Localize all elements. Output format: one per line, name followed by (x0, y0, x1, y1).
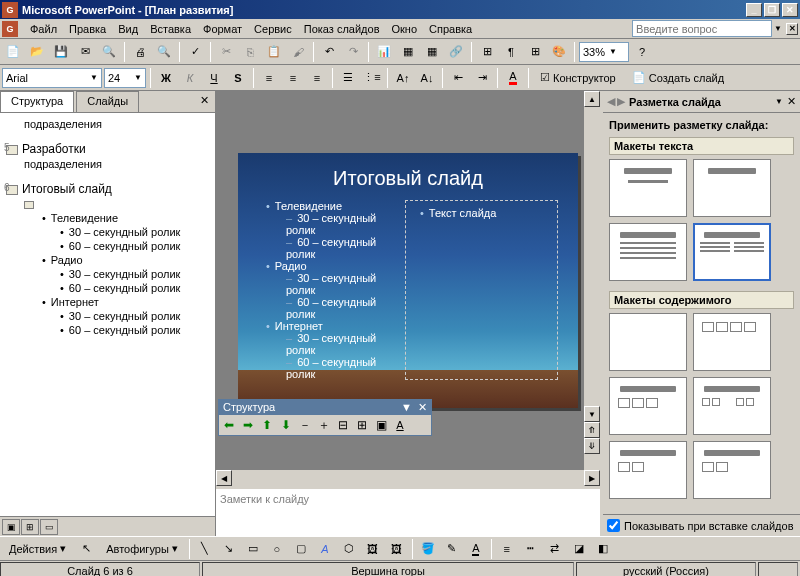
fill-color-button[interactable]: 🪣 (417, 538, 439, 560)
vertical-scrollbar[interactable]: ▲ ▼ ⤊ ⤋ (584, 91, 600, 470)
align-center-button[interactable]: ≡ (282, 67, 304, 89)
cut-button[interactable]: ✂ (215, 41, 237, 63)
table-button[interactable]: ▦ (397, 41, 419, 63)
layout-title-two-content[interactable] (693, 377, 771, 435)
show-on-insert-checkbox[interactable]: Показывать при вставке слайдов (607, 519, 796, 532)
summary-slide-button[interactable]: ▣ (373, 417, 389, 433)
move-up-button[interactable]: ⬆ (259, 417, 275, 433)
wordart-button[interactable]: A (314, 538, 336, 560)
shadow-style-button[interactable]: ◪ (568, 538, 590, 560)
outline-bullet[interactable]: 60 – секундный ролик (60, 323, 209, 337)
promote-button[interactable]: ⬅ (221, 417, 237, 433)
outline-bullet[interactable]: 60 – секундный ролик (60, 239, 209, 253)
bold-button[interactable]: Ж (155, 67, 177, 89)
help-input[interactable] (632, 20, 772, 37)
doc-close-button[interactable]: ✕ (786, 23, 798, 35)
grid-button[interactable]: ⊞ (524, 41, 546, 63)
outline-bullet[interactable]: 30 – секундный ролик (60, 225, 209, 239)
menu-edit[interactable]: Правка (63, 21, 112, 37)
increase-font-button[interactable]: A↑ (392, 67, 414, 89)
hyperlink-button[interactable]: 🔗 (445, 41, 467, 63)
tab-structure[interactable]: Структура (0, 91, 74, 112)
outline-bullet[interactable]: Интернет (42, 295, 209, 309)
menu-view[interactable]: Вид (112, 21, 144, 37)
chart-button[interactable]: 📊 (373, 41, 395, 63)
3d-style-button[interactable]: ◧ (592, 538, 614, 560)
shadow-button[interactable]: S (227, 67, 249, 89)
outline-slide-6[interactable]: 6Итоговый слайд (6, 181, 209, 197)
paste-button[interactable]: 📋 (263, 41, 285, 63)
layout-content-variant-1[interactable] (609, 441, 687, 499)
tables-borders-button[interactable]: ▦ (421, 41, 443, 63)
align-left-button[interactable]: ≡ (258, 67, 280, 89)
collapse-button[interactable]: － (297, 417, 313, 433)
scroll-left-icon[interactable]: ◀ (216, 470, 232, 486)
layout-title-slide[interactable] (609, 159, 687, 217)
outline-slide-5[interactable]: 5Разработки (6, 141, 209, 157)
slide-body-left[interactable]: Телевидение 30 – секундный ролик60 – сек… (258, 200, 397, 380)
outline-bullet[interactable]: Телевидение (42, 211, 209, 225)
layout-title-content[interactable] (609, 377, 687, 435)
slide[interactable]: Итоговый слайд Телевидение 30 – секундны… (238, 153, 578, 408)
zoom-combo[interactable]: 33%▼ (579, 42, 629, 62)
menu-tools[interactable]: Сервис (248, 21, 298, 37)
outline-bullet[interactable]: Радио (42, 253, 209, 267)
slideshow-view-button[interactable]: ▭ (40, 519, 58, 535)
design-button[interactable]: ☑ Конструктор (533, 67, 623, 89)
outline-bullet[interactable]: 60 – секундный ролик (60, 281, 209, 295)
outline-text[interactable]: подразделения (24, 117, 209, 131)
undo-button[interactable]: ↶ (318, 41, 340, 63)
draw-actions-button[interactable]: Действия ▾ (2, 538, 73, 560)
align-right-button[interactable]: ≡ (306, 67, 328, 89)
layout-blank[interactable] (609, 313, 687, 371)
close-button[interactable]: ✕ (782, 3, 798, 17)
arrow-button[interactable]: ↘ (218, 538, 240, 560)
textbox-button[interactable]: ▢ (290, 538, 312, 560)
outline-floating-toolbar[interactable]: Структура▼✕ ⬅ ➡ ⬆ ⬇ － ＋ ⊟ ⊞ ▣ A (218, 399, 432, 436)
search-button[interactable]: 🔍 (98, 41, 120, 63)
font-color-button[interactable]: A (465, 538, 487, 560)
menu-slideshow[interactable]: Показ слайдов (298, 21, 386, 37)
taskpane-close-icon[interactable]: ✕ (787, 95, 796, 108)
menu-window[interactable]: Окно (386, 21, 424, 37)
taskpane-forward-icon[interactable]: ▶ (617, 95, 625, 108)
layout-title-text[interactable] (609, 223, 687, 281)
rectangle-button[interactable]: ▭ (242, 538, 264, 560)
menu-insert[interactable]: Вставка (144, 21, 197, 37)
autoshapes-button[interactable]: Автофигуры ▾ (99, 538, 185, 560)
toolbar-close-icon[interactable]: ✕ (418, 401, 427, 414)
copy-button[interactable]: ⎘ (239, 41, 261, 63)
notes-pane[interactable]: Заметки к слайду (216, 486, 600, 536)
help-dropdown-icon[interactable]: ▼ (774, 24, 782, 33)
scroll-up-icon[interactable]: ▲ (584, 91, 600, 107)
outline-bullet[interactable]: 30 – секундный ролик (60, 309, 209, 323)
decrease-font-button[interactable]: A↓ (416, 67, 438, 89)
toolbar-dropdown-icon[interactable]: ▼ (401, 401, 412, 414)
expand-button[interactable]: ＋ (316, 417, 332, 433)
font-size-combo[interactable]: 24▼ (104, 68, 146, 88)
tab-slides[interactable]: Слайды (76, 91, 139, 112)
line-style-button[interactable]: ≡ (496, 538, 518, 560)
oval-button[interactable]: ○ (266, 538, 288, 560)
collapse-all-button[interactable]: ⊟ (335, 417, 351, 433)
underline-button[interactable]: Ч (203, 67, 225, 89)
expand-all-button[interactable]: ⊞ (476, 41, 498, 63)
help-search[interactable] (632, 20, 772, 37)
new-button[interactable]: 📄 (2, 41, 24, 63)
minimize-button[interactable]: _ (746, 3, 762, 17)
italic-button[interactable]: К (179, 67, 201, 89)
line-button[interactable]: ╲ (194, 538, 216, 560)
layout-title-only[interactable] (693, 159, 771, 217)
open-button[interactable]: 📂 (26, 41, 48, 63)
horizontal-scrollbar[interactable]: ◀ ▶ (216, 470, 600, 486)
dash-style-button[interactable]: ┅ (520, 538, 542, 560)
show-formatting-button[interactable]: A (392, 417, 408, 433)
preview-button[interactable]: 🔍 (153, 41, 175, 63)
pane-close-icon[interactable]: ✕ (194, 91, 215, 112)
outline-text[interactable]: подразделения (24, 157, 209, 171)
scroll-down-icon[interactable]: ▼ (584, 406, 600, 422)
show-formatting-button[interactable]: ¶ (500, 41, 522, 63)
decrease-indent-button[interactable]: ⇤ (447, 67, 469, 89)
layout-two-column[interactable] (693, 223, 771, 281)
sorter-view-button[interactable]: ⊞ (21, 519, 39, 535)
